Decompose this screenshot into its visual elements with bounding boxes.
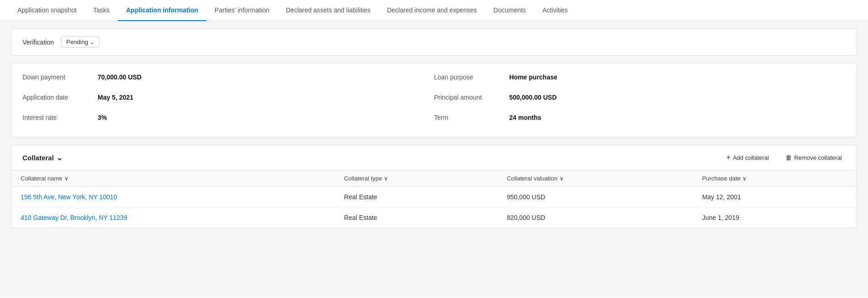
application-date-value: May 5, 2021 <box>98 94 133 101</box>
collateral-chevron-icon[interactable]: ⌄ <box>56 153 62 162</box>
collateral-name-sort[interactable]: Collateral name ∨ <box>21 175 69 182</box>
collateral-name-link[interactable]: 410 Gateway Dr, Brooklyn, NY 11239 <box>21 214 127 221</box>
purchase-date-sort[interactable]: Purchase date ∨ <box>702 175 747 182</box>
loan-purpose-item: Loan purpose Home purchase <box>434 67 846 87</box>
down-payment-label: Down payment <box>22 73 87 81</box>
purchase-date-cell: May 12, 2001 <box>693 187 857 208</box>
term-label: Term <box>434 114 498 121</box>
tab-declared-income[interactable]: Declared income and expenses <box>379 0 485 21</box>
term-value: 24 months <box>509 114 542 121</box>
verification-status-dropdown[interactable]: Pending <box>61 36 100 48</box>
collateral-card: Collateral ⌄ + Add collateral 🗑 Remove c… <box>11 145 857 228</box>
verification-label: Verification <box>22 39 54 46</box>
sort-icon: ∨ <box>559 175 564 182</box>
col-purchase-date[interactable]: Purchase date ∨ <box>693 170 857 187</box>
sort-icon: ∨ <box>742 175 747 182</box>
sort-icon: ∨ <box>384 175 388 182</box>
collateral-type-cell: Real Estate <box>335 187 498 208</box>
tab-parties-information[interactable]: Parties' information <box>206 0 277 21</box>
purchase-date-cell: June 1, 2019 <box>693 208 857 228</box>
tab-declared-assets[interactable]: Declared assets and liabilities <box>278 0 379 21</box>
down-payment-value: 70,000.00 USD <box>98 73 142 81</box>
collateral-table: Collateral name ∨ Collateral type ∨ Coll… <box>11 170 857 228</box>
collateral-header: Collateral ⌄ + Add collateral 🗑 Remove c… <box>11 145 857 170</box>
loan-purpose-label: Loan purpose <box>434 73 498 81</box>
verification-card: Verification Pending <box>11 28 857 56</box>
application-date-label: Application date <box>22 94 87 101</box>
collateral-title-group: Collateral ⌄ <box>22 153 62 162</box>
principal-amount-label: Principal amount <box>434 94 498 101</box>
collateral-valuation-cell: 820,000 USD <box>498 208 693 228</box>
verification-row: Verification Pending <box>11 29 857 55</box>
col-collateral-valuation[interactable]: Collateral valuation ∨ <box>498 170 693 187</box>
chevron-down-icon <box>90 39 94 45</box>
interest-rate-label: Interest rate <box>22 114 87 121</box>
collateral-name-link[interactable]: 156 5th Ave, New York, NY 10010 <box>21 193 117 201</box>
content-area: Verification Pending Down payment 70,000… <box>0 21 868 297</box>
tab-documents[interactable]: Documents <box>485 0 534 21</box>
tab-activities[interactable]: Activities <box>534 0 576 21</box>
collateral-type-sort[interactable]: Collateral type ∨ <box>344 175 388 182</box>
verification-status-value: Pending <box>66 39 88 45</box>
collateral-actions: + Add collateral 🗑 Remove collateral <box>723 152 846 163</box>
collateral-table-header-row: Collateral name ∨ Collateral type ∨ Coll… <box>11 170 857 187</box>
trash-icon: 🗑 <box>785 154 792 161</box>
loan-purpose-value: Home purchase <box>509 73 558 81</box>
remove-collateral-label: Remove collateral <box>794 154 842 161</box>
application-info-card: Down payment 70,000.00 USD Loan purpose … <box>11 63 857 137</box>
plus-icon: + <box>726 153 730 162</box>
collateral-type-cell: Real Estate <box>335 208 498 228</box>
collateral-title: Collateral <box>22 154 54 162</box>
sort-icon: ∨ <box>64 175 69 182</box>
tab-application-snapshot[interactable]: Application snapshot <box>9 0 85 21</box>
add-collateral-label: Add collateral <box>733 154 769 161</box>
tab-tasks[interactable]: Tasks <box>85 0 118 21</box>
collateral-name-cell: 156 5th Ave, New York, NY 10010 <box>11 187 335 208</box>
remove-collateral-button[interactable]: 🗑 Remove collateral <box>782 152 846 163</box>
interest-rate-value: 3% <box>98 114 107 121</box>
application-date-item: Application date May 5, 2021 <box>22 87 434 107</box>
table-row: 410 Gateway Dr, Brooklyn, NY 11239 Real … <box>11 208 857 228</box>
term-item: Term 24 months <box>434 107 846 128</box>
add-collateral-button[interactable]: + Add collateral <box>723 152 773 163</box>
collateral-name-cell: 410 Gateway Dr, Brooklyn, NY 11239 <box>11 208 335 228</box>
col-collateral-type[interactable]: Collateral type ∨ <box>335 170 498 187</box>
info-grid: Down payment 70,000.00 USD Loan purpose … <box>11 63 857 137</box>
collateral-valuation-sort[interactable]: Collateral valuation ∨ <box>507 175 564 182</box>
down-payment-item: Down payment 70,000.00 USD <box>22 67 434 87</box>
interest-rate-item: Interest rate 3% <box>22 107 434 128</box>
principal-amount-value: 500,000.00 USD <box>509 94 557 101</box>
table-row: 156 5th Ave, New York, NY 10010 Real Est… <box>11 187 857 208</box>
principal-amount-item: Principal amount 500,000.00 USD <box>434 87 846 107</box>
tab-application-information[interactable]: Application information <box>118 0 206 21</box>
col-collateral-name[interactable]: Collateral name ∨ <box>11 170 335 187</box>
nav-tabs: Application snapshot Tasks Application i… <box>0 0 868 21</box>
collateral-valuation-cell: 950,000 USD <box>498 187 693 208</box>
